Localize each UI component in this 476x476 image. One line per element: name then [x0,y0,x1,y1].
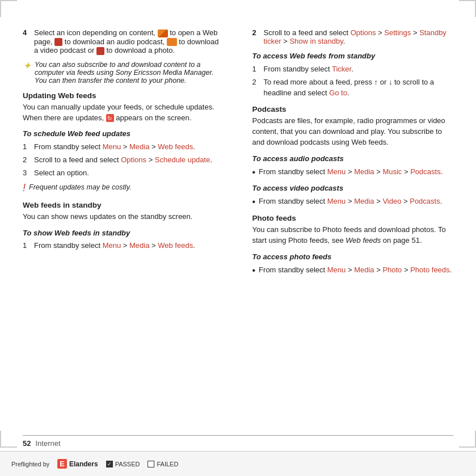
web-step-2: 2 To read more about a feed, press ↑ or … [252,77,454,99]
step-4: 4 Select an icon depending on content, t… [23,28,224,55]
link-video: Video [382,197,401,205]
link-media-1: Media [129,142,149,151]
link-go-to: Go to [329,89,347,97]
audio-bullets: From standby select Menu > Media > Music… [252,167,454,178]
icon-audio-podcast [54,38,62,46]
link-options-2: Options [351,28,376,37]
footer-section: Internet [35,439,60,448]
link-show-in-standby: Show in standby [289,37,343,45]
link-options-1: Options [121,155,146,164]
preflight-passed: ✓ PASSED [106,461,140,467]
link-webfeeds-2: Web feeds [158,241,193,250]
standby-body: You can show news updates on the standby… [23,212,224,222]
failed-label: FAILED [157,461,178,467]
video-heading: To access video podcasts [252,183,454,194]
schedule-steps: 1 From standby select Menu > Media > Web… [23,142,224,179]
schedule-step-2: 2 Scroll to a feed and select Options > … [23,155,224,166]
passed-checkbox: ✓ [106,461,113,467]
schedule-heading: To schedule Web feed updates [23,129,224,140]
preflight-failed: FAILED [148,461,178,467]
standby-step-1: 1 From standby select Menu > Media > Web… [23,241,224,251]
right-step-2: 2 Scroll to a feed and select Options > … [252,28,454,45]
audio-heading: To access audio podcasts [252,154,454,165]
corner-mark-br [459,431,476,448]
sun-icon: ✦ [23,60,31,72]
right-step-2-number: 2 [252,28,260,37]
sun-note: ✦ You can also subscribe to and download… [23,61,224,85]
link-media-photo: Media [354,266,374,274]
web-feeds-steps: 1 From standby select Ticker. 2 To read … [252,64,454,99]
main-content: 4 Select an icon depending on content, t… [23,28,453,431]
link-schedule-update: Schedule update [155,155,210,164]
link-podcasts-audio: Podcasts [410,167,440,176]
right-step-2-text: Scroll to a feed and select Options > Se… [264,28,454,45]
photo-feeds-body: You can subscribe to Photo feeds and dow… [252,225,454,246]
link-photo-feeds: Photo feeds [410,266,449,274]
update-icon: ↻ [106,114,114,122]
web-step-1: 1 From standby select Ticker. [252,64,454,75]
warning-note: ! Frequent updates may be costly. [23,183,224,194]
link-ticker: Ticker [332,65,351,73]
left-column: 4 Select an icon depending on content, t… [23,28,230,431]
video-bullets: From standby select Menu > Media > Video… [252,196,454,207]
standby-heading: Web feeds in standby [23,201,224,209]
audio-bullet-item: From standby select Menu > Media > Music… [252,167,454,178]
link-settings: Settings [384,28,411,37]
failed-checkbox [148,461,154,467]
schedule-step-1: 1 From standby select Menu > Media > Web… [23,142,224,153]
link-media-2: Media [129,241,149,250]
right-column: 2 Scroll to a feed and select Options > … [247,28,454,431]
warning-text: Frequent updates may be costly. [29,183,131,191]
schedule-step-3: 3 Select an option. [23,168,224,179]
elanders-e-icon: E [57,459,67,469]
step-4-text: Select an icon depending on content, to … [34,28,224,55]
passed-label: PASSED [115,461,140,467]
podcasts-body: Podcasts are files, for example, radio p… [252,116,454,148]
elanders-logo: E Elanders [57,459,98,469]
web-feeds-standby-heading: To access Web feeds from standby [252,51,454,62]
link-menu-photo: Menu [327,266,346,274]
standby-italic-heading: To show Web feeds in standby [23,228,224,239]
link-webfeeds-1: Web feeds [158,142,193,151]
photo-bullet-item: From standby select Menu > Media > Photo… [252,265,454,276]
link-music: Music [382,167,402,176]
photo-feeds-heading: Photo feeds [252,214,454,222]
link-media-audio: Media [354,167,374,176]
sun-note-text: You can also subscribe to and download c… [35,61,224,85]
icon-web [158,30,168,37]
link-podcasts-video: Podcasts [410,197,440,205]
preflight-bar: Preflighted by E Elanders ✓ PASSED FAILE… [0,451,476,476]
page: 4 Select an icon depending on content, t… [0,0,476,476]
preflight-label: Preflighted by [11,461,49,467]
footer: 52 Internet [23,435,453,448]
corner-mark-tr [459,0,476,17]
standby-steps: 1 From standby select Menu > Media > Web… [23,241,224,251]
icon-photo [96,47,104,55]
video-bullet-item: From standby select Menu > Media > Video… [252,196,454,207]
link-menu-video: Menu [327,197,346,205]
link-menu-2: Menu [103,241,121,250]
link-menu-audio: Menu [327,167,346,176]
step-4-number: 4 [23,28,31,37]
updating-heading: Updating Web feeds [23,91,224,100]
photo-bullets: From standby select Menu > Media > Photo… [252,265,454,276]
corner-mark-bl [0,431,17,448]
page-number: 52 [23,439,31,448]
link-media-video: Media [354,197,374,205]
updating-body: You can manually update your feeds, or s… [23,102,224,124]
link-menu-1: Menu [103,142,121,151]
link-photo: Photo [382,266,402,274]
podcasts-heading: Podcasts [252,105,454,113]
photo-italic-heading: To access photo feeds [252,252,454,263]
warning-icon: ! [23,182,26,194]
icon-video-podcast [167,38,177,46]
elanders-brand: Elanders [69,460,98,468]
corner-mark-tl [0,0,17,17]
